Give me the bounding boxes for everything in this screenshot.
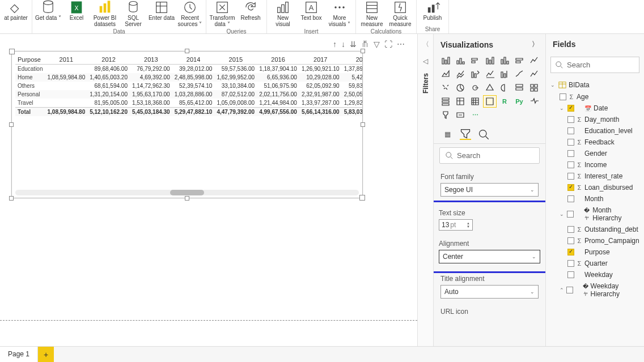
viz-type-6[interactable] bbox=[528, 55, 540, 66]
filters-pane-collapsed[interactable]: 〈 ◁ Filters bbox=[417, 34, 433, 346]
viz-type-16[interactable] bbox=[469, 82, 481, 93]
more-visuals[interactable]: More visuals ˅ bbox=[326, 0, 353, 27]
field-outstanding_debt[interactable]: ΣOutstanding_debt bbox=[550, 224, 639, 235]
field-purpose[interactable]: Purpose bbox=[550, 246, 639, 258]
publish[interactable]: Publish bbox=[419, 0, 446, 21]
matrix-total-row[interactable]: Total1,08,59,984.805,12,10,162.205,45,03… bbox=[15, 108, 362, 117]
viz-type-11[interactable] bbox=[498, 69, 511, 80]
matrix-row[interactable]: Personal1,31,20,154.001,95,63,170.001,03… bbox=[15, 90, 362, 99]
field-weekday-hierarchy[interactable]: ⌃�ャWeekday Hierarchy bbox=[550, 280, 639, 300]
field-checkbox[interactable] bbox=[567, 161, 574, 168]
add-page-button[interactable]: + bbox=[38, 347, 54, 362]
viz-type-15[interactable] bbox=[454, 82, 467, 93]
expand-filters-icon[interactable]: 〈 bbox=[422, 40, 429, 49]
filter-icon[interactable]: ▽ bbox=[374, 40, 380, 49]
expand-down-icon[interactable]: ⇊ bbox=[350, 40, 357, 49]
analytics-tab-icon[interactable] bbox=[478, 129, 489, 140]
viz-type-30[interactable]: ⋯ bbox=[469, 109, 481, 121]
new-measure[interactable]: New measure bbox=[358, 0, 385, 27]
matrix-col-header[interactable]: 2014 bbox=[172, 55, 215, 65]
field-gender[interactable]: Gender bbox=[550, 148, 639, 159]
viz-type-7[interactable] bbox=[439, 69, 452, 80]
viz-type-28[interactable] bbox=[439, 109, 452, 121]
matrix-col-header[interactable]: 2013 bbox=[130, 55, 172, 65]
enter-data[interactable]: Enter data bbox=[148, 0, 175, 21]
chevron-icon[interactable]: ⌄ bbox=[560, 105, 565, 111]
horizontal-scrollbar[interactable] bbox=[15, 190, 359, 195]
viz-type-5[interactable] bbox=[513, 55, 526, 66]
field-checkbox[interactable] bbox=[567, 195, 574, 202]
field-education_level[interactable]: Education_level bbox=[550, 125, 639, 137]
viz-type-3[interactable] bbox=[484, 55, 496, 66]
matrix-row[interactable]: Home1,08,59,984.801,40,65,003.204,69,392… bbox=[15, 73, 362, 82]
viz-type-0[interactable] bbox=[439, 55, 452, 66]
chevron-icon[interactable]: ⌃ bbox=[560, 287, 564, 293]
viz-type-18[interactable] bbox=[498, 82, 511, 93]
quick-measure[interactable]: Quick measure bbox=[387, 0, 414, 27]
viz-type-12[interactable] bbox=[513, 69, 526, 80]
field-feedback[interactable]: ΣFeedback bbox=[550, 137, 639, 148]
alignment-select[interactable]: Center ⌄ bbox=[439, 250, 540, 263]
field-checkbox[interactable] bbox=[567, 116, 574, 123]
matrix-visual[interactable]: Purpose201120122013201420152016201720182… bbox=[11, 51, 363, 198]
matrix-col-header[interactable]: 2018 bbox=[342, 55, 362, 65]
recent-sources[interactable]: Recent sources ˅ bbox=[176, 0, 204, 27]
field-checkbox[interactable] bbox=[567, 150, 574, 157]
matrix-col-header[interactable]: 2011 bbox=[45, 55, 87, 65]
matrix-row[interactable]: Education89,68,406.0076,79,292.0039,28,0… bbox=[15, 65, 362, 74]
viz-type-24[interactable] bbox=[484, 96, 496, 107]
more-options-icon[interactable]: ⋯ bbox=[397, 40, 405, 49]
fields-search[interactable]: Search bbox=[550, 57, 639, 73]
field-checkbox[interactable] bbox=[566, 287, 573, 293]
sql-server[interactable]: SQL Server bbox=[120, 0, 147, 27]
field-checkbox[interactable] bbox=[567, 260, 574, 267]
field-checkbox[interactable] bbox=[560, 93, 566, 100]
page-tab[interactable]: Page 1 bbox=[0, 347, 38, 362]
matrix-row[interactable]: Others68,61,594.001,14,72,962.3052,39,57… bbox=[15, 82, 362, 90]
field-checkbox[interactable] bbox=[567, 173, 574, 180]
viz-type-17[interactable] bbox=[484, 82, 496, 93]
field-checkbox[interactable] bbox=[567, 139, 574, 146]
field-loan_disbursed[interactable]: ΣLoan_disbursed bbox=[550, 182, 639, 193]
viz-type-1[interactable] bbox=[454, 55, 467, 66]
field-quarter[interactable]: ΣQuarter bbox=[550, 258, 639, 269]
viz-type-10[interactable] bbox=[484, 69, 496, 80]
text-size-input[interactable]: 13 pt ▲▼ bbox=[439, 219, 473, 231]
viz-type-13[interactable] bbox=[528, 69, 540, 80]
field-checkbox[interactable] bbox=[567, 211, 574, 218]
viz-type-20[interactable] bbox=[528, 82, 540, 93]
canvas[interactable]: ↑ ↓ ⇊ ⫚ ▽ ⛶ ⋯ Purpose2011201220132014201… bbox=[0, 34, 417, 346]
text-box[interactable]: AText box bbox=[298, 0, 325, 21]
spinner-icon[interactable]: ▲▼ bbox=[467, 222, 470, 228]
font-family-select[interactable]: Segoe UI ⌄ bbox=[440, 183, 539, 197]
field-checkbox[interactable] bbox=[567, 237, 574, 244]
chevron-icon[interactable]: ⌄ bbox=[560, 211, 565, 217]
drill-up-icon[interactable]: ↑ bbox=[333, 40, 337, 49]
new-visual[interactable]: New visual bbox=[269, 0, 296, 27]
field-interest_rate[interactable]: ΣInterest_rate bbox=[550, 171, 639, 182]
matrix-col-header[interactable]: 2015 bbox=[214, 55, 257, 65]
focus-mode-icon[interactable]: ⛶ bbox=[384, 40, 392, 49]
field-day_month[interactable]: ΣDay_month bbox=[550, 114, 639, 125]
drill-down-icon[interactable]: ↓ bbox=[341, 40, 345, 49]
matrix-row[interactable]: Travel81,95,005.001,53,18,368.0085,65,41… bbox=[15, 99, 362, 108]
matrix-col-header[interactable]: 2017 bbox=[299, 55, 342, 65]
field-month-hierarchy[interactable]: ⌄�ャMonth Hierarchy bbox=[550, 205, 639, 224]
viz-type-8[interactable] bbox=[454, 69, 467, 80]
field-checkbox[interactable] bbox=[567, 249, 574, 255]
scrollbar-thumb[interactable] bbox=[170, 190, 204, 195]
viz-type-26[interactable]: Py bbox=[513, 96, 526, 107]
viz-type-19[interactable] bbox=[513, 82, 526, 93]
field-checkbox[interactable] bbox=[567, 271, 574, 278]
filters-icon[interactable]: ◁ bbox=[423, 57, 428, 65]
viz-type-27[interactable] bbox=[528, 96, 540, 107]
viz-type-25[interactable]: R bbox=[498, 96, 511, 107]
viz-type-29[interactable] bbox=[454, 109, 467, 121]
field-month[interactable]: Month bbox=[550, 193, 639, 205]
title-alignment-select[interactable]: Auto ⌄ bbox=[440, 285, 539, 299]
expand-all-icon[interactable]: ⫚ bbox=[361, 40, 369, 49]
refresh[interactable]: Refresh bbox=[237, 0, 264, 21]
format-search[interactable]: Search bbox=[439, 147, 540, 164]
collapse-pane-icon[interactable]: 〉 bbox=[532, 40, 539, 49]
transform-data[interactable]: Transform data ˅ bbox=[209, 0, 236, 27]
